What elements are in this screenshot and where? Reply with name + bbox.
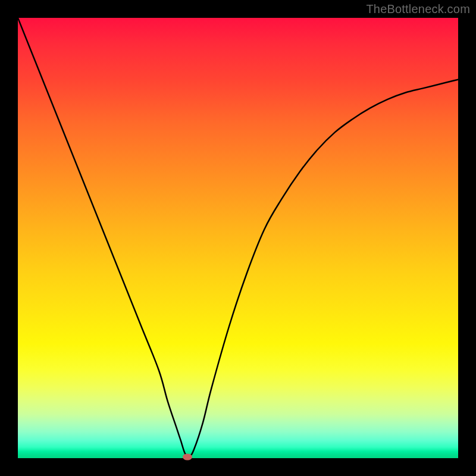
bottleneck-curve [18,18,458,456]
chart-container: TheBottleneck.com [0,0,476,476]
watermark-text: TheBottleneck.com [366,2,470,16]
curve-svg [18,18,458,458]
plot-area [18,18,458,458]
optimum-marker [183,453,192,460]
